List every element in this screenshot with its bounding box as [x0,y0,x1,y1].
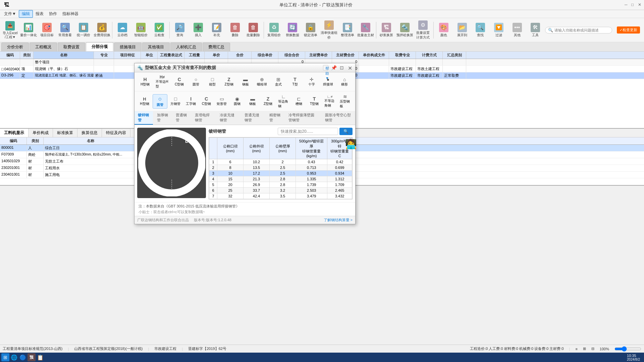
pipe-tab-seamless[interactable]: 普通无缝钢管 [241,111,265,125]
taskbar-browser[interactable]: 🔵 [19,353,27,361]
view-grid-btn[interactable]: ⊞ [583,347,586,351]
steel-row-1[interactable]: 1 6 10.2 2 0.43 0.42 [209,159,352,165]
menu-collab[interactable]: 协作 [46,10,60,17]
tab-features[interactable]: 特征及内容 [102,129,130,137]
view-split-btn[interactable]: ⊟ [591,347,594,351]
minimize-btn[interactable]: ─ [623,2,628,8]
view-list-btn[interactable]: ≡ [575,347,577,351]
type2-i-beam[interactable]: I 工字钢 [183,95,198,107]
type-bolt-ball[interactable]: ⊕ 螺栓球 [254,76,270,88]
steel-row-2[interactable]: 2 8 13.5 2.5 0.713 0.699 [209,165,352,171]
tab-gongchengkuangkuang[interactable]: 工程概况 [30,43,57,51]
type2-t[interactable]: T T型钢 [307,95,322,107]
delete-btn[interactable]: 🗑 删除 [226,20,244,40]
type-cross[interactable]: ✛ 十字 [304,76,319,88]
update-btn[interactable]: ✓检查更新 [617,26,640,34]
menu-indicator[interactable]: 指标神器 [60,10,81,17]
type2-round-active[interactable]: ○ 圆管 [153,94,167,109]
type-trapezoid[interactable]: ⌂ 梯形 [337,76,353,88]
type-c-steel[interactable]: C C型钢 [171,76,187,88]
tab-convert-info[interactable]: 换算信息 [77,129,102,137]
search-input[interactable] [553,28,607,32]
type-t-steel[interactable]: T T型 [287,76,303,88]
steel-row-6[interactable]: 6 25 33.7 3.2 2.503 2.465 [209,188,352,193]
type2-sq-pipe[interactable]: □ 方钢管 [168,95,183,107]
smart-group-btn[interactable]: 🤖 智能组价 [132,20,150,40]
menu-edit[interactable]: 编辑 [19,10,33,18]
tab-fenjiafenxi[interactable]: 分价分析 [1,43,29,51]
tab-feiyong[interactable]: 费用汇总 [203,43,230,51]
cloud-check-btn[interactable]: ✅ 云检查 [150,20,168,40]
type-round-pipe[interactable]: ○ 圆管 [188,76,204,88]
type-h-unequal[interactable]: H≠ 不等边H型 [154,74,171,90]
type-box-type[interactable]: ⊞ 盒式 [271,76,286,88]
type2-plate[interactable]: ▬ 钢板 [245,95,260,107]
cloud-archive-btn[interactable]: ☁ 云存档 [114,20,131,40]
steel-row-4[interactable]: 4 15 21.3 2.8 1.335 1.312 [209,176,352,182]
steel-search-btn[interactable]: 🔍 [339,128,353,135]
pipe-tab-thick[interactable]: 加厚钢管 [154,111,172,125]
batch-delete-btn[interactable]: 🗑 批量删除 [245,20,262,40]
tools-btn[interactable]: 🛠 工具 [527,20,544,40]
pipe-tab-weld[interactable]: 直埋电焊钢管 [192,111,216,125]
pipe-tab-normal[interactable]: 普通钢管 [172,111,191,125]
pipe-tab-hollow[interactable]: 圆形冷弯空心型钢管 [322,111,355,125]
taskbar-ie[interactable]: 🌐 [10,353,18,361]
tab-standard-convert[interactable]: 标准换算 [53,129,77,137]
pipe-tab-cold[interactable]: 冷拔无缝钢管 [216,111,240,125]
type2-channel[interactable]: ⊏ 槽钢 [291,95,306,107]
zoom-slider[interactable] [614,346,641,352]
type2-crimped[interactable]: ≋ 压型钢板 [338,93,353,110]
sort-btn[interactable]: 📑 整理清单 [338,20,356,40]
type-z-steel[interactable]: Z Z型钢 [221,76,237,88]
type2-unequal-angle[interactable]: ∟≠ 不等边角钢 [322,94,337,109]
insert-btn[interactable]: ➕ 插入 [190,20,207,40]
taskbar-app1[interactable]: 预 [28,353,36,361]
type-h-steel[interactable]: H H型钢 [137,76,153,88]
type-box[interactable]: □ 箱型 [205,76,220,88]
quick-group-btn[interactable]: ⚡ 清单快速组价 [320,20,338,40]
tab-cuoshi[interactable]: 措施项目 [114,43,142,51]
find-btn[interactable]: 🔍 查找 [472,20,489,40]
learn-more-link[interactable]: 了解钢结构算量 > [324,218,353,223]
full-fee-btn[interactable]: 💰 全费用切换 [93,20,111,40]
steel-row-7[interactable]: 7 32 42.4 3.5 3.479 3.432 [209,193,352,199]
batch-settings-btn[interactable]: ⚙ 批量设置计算方式 [414,20,432,40]
tab-qita[interactable]: 其他项目 [142,43,170,51]
type2-z[interactable]: Z Z型钢 [261,95,275,107]
type2-equal-angle[interactable]: ∟ 等边角钢 [276,93,291,110]
close-btn[interactable]: ✕ [636,2,641,8]
lock-btn[interactable]: 🔒 锁定清单 [302,20,320,40]
project-target-btn[interactable]: 🎯 项目目标 [38,20,56,40]
steel-table-container[interactable]: 公称口径(mm) 公称外径(mm) 公称壁厚(mm) 500g/m²镀锌层厚锌钢… [209,137,353,199]
dialog-pin-btn[interactable]: 📌 [331,65,336,70]
type2-c[interactable]: C C型钢 [199,95,214,107]
steel-row-5[interactable]: 5 20 26.9 2.8 1.739 1.709 [209,182,352,188]
batch-material-btn[interactable]: 🔧 批量改主材 [357,20,375,40]
expand-btn[interactable]: 📂 展开到 [453,20,471,40]
help-btn[interactable]: 帮助▼ [323,65,328,70]
tab-qufeishezhi[interactable]: 取费设置 [58,43,85,51]
tab-price-compose[interactable]: 单价构成 [29,129,53,137]
type2-h[interactable]: H H型钢 [137,96,152,107]
start-btn[interactable]: ⊞ [1,353,9,361]
replace-btn[interactable]: 🔄 替换数据 [283,20,301,40]
maximize-btn[interactable]: □ [629,2,635,8]
concrete-btn[interactable]: 🔩 预拌砼换算 [396,20,414,40]
common-query-btn[interactable]: 🔍 常用查看 [56,20,74,40]
other-btn[interactable]: ••• 其他 [508,20,526,40]
taskbar-app2[interactable]: 📋 [36,353,44,361]
query-btn[interactable]: 🔎 查询 [171,20,189,40]
type-weld-ball[interactable]: ● 焊接球 [320,76,336,88]
bom-btn[interactable]: 📊 量价一体化 [20,20,38,40]
pipe-tab-precision[interactable]: 精密钢管 [266,111,284,125]
tab-rencai[interactable]: 人材机汇总 [170,43,202,51]
tab-workmaterial[interactable]: 工料机显示 [0,129,29,137]
pipe-tab-cold-weld[interactable]: 冷弯焊接薄壁圆管钢管 [285,111,321,125]
import-excel-btn[interactable]: 📥 导入Excel/工程▼ [1,20,19,40]
unified-quote-btn[interactable]: 📋 统一调价 [75,20,93,40]
tab-fenbufen[interactable]: 分部分项 [86,42,113,51]
menu-file[interactable]: 文件▼ [1,10,19,17]
pipe-tab-galvanized[interactable]: 镀锌钢管 [135,111,153,125]
dialog-close-btn[interactable]: ✕ [347,65,353,70]
